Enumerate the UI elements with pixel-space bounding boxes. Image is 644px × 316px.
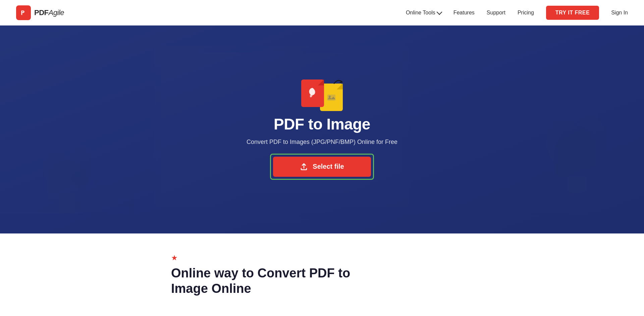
hero-content: PDF to Image Convert PDF to Images (JPG/… — [247, 80, 397, 180]
conversion-icon — [301, 80, 343, 107]
pricing-label: Pricing — [518, 10, 534, 15]
navbar-right: Online Tools Features Support Pricing TR… — [406, 6, 628, 20]
hero-subtitle: Convert PDF to Images (JPG/PNF/BMP) Onli… — [247, 139, 397, 146]
online-tools-label: Online Tools — [406, 10, 435, 16]
pdf-file-icon — [301, 80, 324, 107]
logo-icon[interactable] — [16, 5, 31, 20]
bottom-section-inner: ★ Online way to Convert PDF to Image Onl… — [171, 254, 473, 296]
support-label: Support — [487, 10, 505, 15]
bottom-heading: Online way to Convert PDF to Image Onlin… — [171, 266, 473, 296]
star-icon: ★ — [171, 254, 473, 262]
conversion-arrow-icon — [333, 77, 343, 88]
chevron-down-icon — [436, 9, 442, 15]
hero-section: PDF to Image Convert PDF to Images (JPG/… — [0, 25, 644, 233]
logo-text[interactable]: PDFAgile — [34, 8, 64, 17]
navbar: PDFAgile Online Tools Features Support P… — [0, 0, 644, 25]
svg-point-18 — [329, 96, 331, 98]
pdf-symbol — [307, 86, 319, 100]
bottom-section: ★ Online way to Convert PDF to Image Onl… — [0, 233, 644, 316]
try-it-free-button[interactable]: TRY IT FREE — [546, 6, 599, 20]
hero-title: PDF to Image — [274, 115, 370, 133]
select-file-label: Select file — [313, 163, 344, 170]
select-file-wrapper: Select file — [270, 154, 374, 180]
bottom-heading-line2: Image Online — [171, 281, 473, 297]
nav-online-tools[interactable]: Online Tools — [406, 10, 441, 16]
features-label: Features — [453, 10, 475, 15]
logo-area: PDFAgile — [16, 5, 64, 20]
select-file-button[interactable]: Select file — [273, 157, 371, 177]
sign-in-label: Sign In — [611, 10, 628, 15]
svg-rect-17 — [327, 95, 335, 101]
try-free-label: TRY IT FREE — [555, 10, 590, 15]
bottom-heading-line1: Online way to Convert PDF to — [171, 266, 473, 281]
upload-icon — [300, 163, 308, 171]
logo-agile-text: Agile — [49, 8, 64, 17]
nav-support[interactable]: Support — [487, 10, 505, 16]
nav-pricing[interactable]: Pricing — [518, 10, 534, 16]
sign-in-link[interactable]: Sign In — [611, 10, 628, 16]
nav-features[interactable]: Features — [453, 10, 475, 16]
